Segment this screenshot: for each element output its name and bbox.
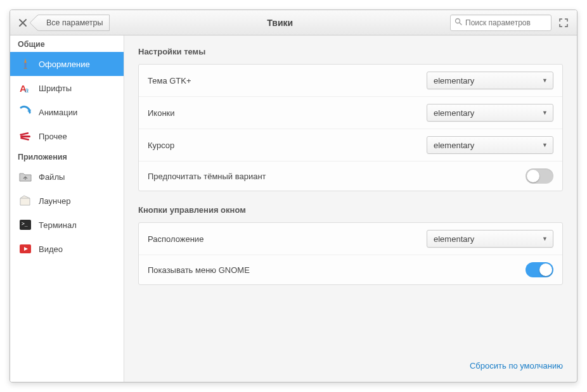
close-icon [19, 19, 27, 27]
setting-row-dark: Предпочитать тёмный вариант [139, 161, 562, 191]
window-title: Твики [113, 18, 446, 28]
combo-icons-theme[interactable]: elementary ▼ [427, 104, 553, 122]
fullscreen-button[interactable] [555, 15, 572, 31]
setting-row-icons: Иконки elementary ▼ [139, 97, 562, 129]
files-icon [18, 169, 33, 184]
sidebar-item-files[interactable]: Файлы [10, 165, 124, 189]
sidebar-item-label: Лаунчер [39, 196, 71, 206]
combo-window-layout[interactable]: elementary ▼ [427, 230, 553, 248]
svg-line-1 [460, 23, 461, 25]
misc-icon [18, 129, 33, 144]
content: Настройки темы Тема GTK+ elementary ▼ Ик… [124, 35, 577, 382]
svg-rect-7 [20, 132, 29, 136]
combo-value: elementary [434, 141, 542, 150]
search-icon [455, 18, 462, 27]
section-title-window: Кнопки управления окном [138, 205, 563, 215]
setting-row-layout: Расположение elementary ▼ [139, 223, 562, 255]
svg-point-0 [456, 19, 460, 23]
svg-rect-2 [25, 63, 27, 68]
setting-row-cursor: Курсор elementary ▼ [139, 129, 562, 161]
sidebar-item-terminal[interactable]: >_ Терминал [10, 213, 124, 237]
svg-rect-6 [20, 136, 30, 137]
settings-group-window: Расположение elementary ▼ Показывать мен… [138, 222, 563, 285]
setting-label: Иконки [148, 108, 427, 118]
sidebar-item-label: Анимации [39, 108, 77, 117]
reset-defaults-link[interactable]: Сбросить по умолчанию [470, 361, 563, 370]
chevron-down-icon: ▼ [542, 236, 548, 242]
combo-value: elementary [434, 108, 542, 118]
combo-cursor-theme[interactable]: elementary ▼ [427, 136, 553, 154]
chevron-down-icon: ▼ [542, 142, 548, 148]
body: Общие Оформление Aa Шрифты Анимации [10, 35, 577, 382]
sidebar-item-appearance[interactable]: Оформление [10, 52, 124, 76]
setting-label: Расположение [148, 234, 427, 244]
switch-gnome-menu[interactable] [526, 262, 553, 277]
close-button[interactable] [15, 15, 30, 30]
search-box[interactable] [450, 15, 552, 31]
sidebar-item-label: Прочее [39, 132, 67, 141]
setting-row-gnome-menu: Показывать меню GNOME [139, 255, 562, 284]
settings-group-theme: Тема GTK+ elementary ▼ Иконки elementary… [138, 64, 563, 191]
switch-knob [539, 263, 552, 276]
footer: Сбросить по умолчанию [138, 356, 563, 370]
svg-rect-3 [24, 68, 27, 69]
sidebar-item-fonts[interactable]: Aa Шрифты [10, 76, 124, 100]
switch-knob [527, 170, 539, 182]
sidebar-item-label: Видео [39, 244, 63, 254]
setting-label: Тема GTK+ [148, 76, 427, 85]
setting-label: Предпочитать тёмный вариант [148, 172, 526, 181]
combo-value: elementary [434, 76, 542, 85]
window: Все параметры Твики Общие Оформление [10, 9, 577, 383]
sidebar-item-misc[interactable]: Прочее [10, 124, 124, 148]
sidebar-item-label: Терминал [39, 220, 77, 230]
setting-row-gtk: Тема GTK+ elementary ▼ [139, 65, 562, 97]
combo-value: elementary [434, 234, 542, 244]
sidebar: Общие Оформление Aa Шрифты Анимации [10, 35, 124, 382]
terminal-icon: >_ [18, 217, 33, 232]
sidebar-item-label: Шрифты [39, 84, 72, 93]
sidebar-item-label: Файлы [39, 172, 65, 182]
svg-text:>_: >_ [22, 221, 28, 227]
sidebar-item-animations[interactable]: Анимации [10, 100, 124, 124]
breadcrumb-label: Все параметры [46, 18, 103, 27]
switch-dark-variant[interactable] [526, 168, 553, 184]
sidebar-group-general: Общие [10, 35, 124, 52]
svg-rect-8 [20, 137, 29, 140]
appearance-icon [18, 56, 33, 72]
fullscreen-icon [559, 18, 568, 27]
svg-text:a: a [25, 86, 29, 94]
setting-label: Показывать меню GNOME [148, 265, 526, 275]
section-title-theme: Настройки темы [138, 47, 563, 56]
search-input[interactable] [465, 18, 560, 27]
chevron-down-icon: ▼ [542, 77, 548, 84]
breadcrumb-back-button[interactable]: Все параметры [37, 15, 110, 31]
sidebar-item-label: Оформление [39, 60, 90, 69]
chevron-down-icon: ▼ [542, 110, 548, 116]
setting-label: Курсор [148, 141, 427, 150]
video-icon [18, 241, 33, 256]
sidebar-group-apps: Приложения [10, 148, 124, 165]
sidebar-item-video[interactable]: Видео [10, 237, 124, 261]
titlebar: Все параметры Твики [10, 10, 577, 35]
animations-icon [18, 104, 33, 120]
combo-gtk-theme[interactable]: elementary ▼ [427, 72, 553, 89]
launcher-icon [18, 193, 33, 208]
sidebar-item-launcher[interactable]: Лаунчер [10, 189, 124, 213]
fonts-icon: Aa [18, 80, 33, 96]
